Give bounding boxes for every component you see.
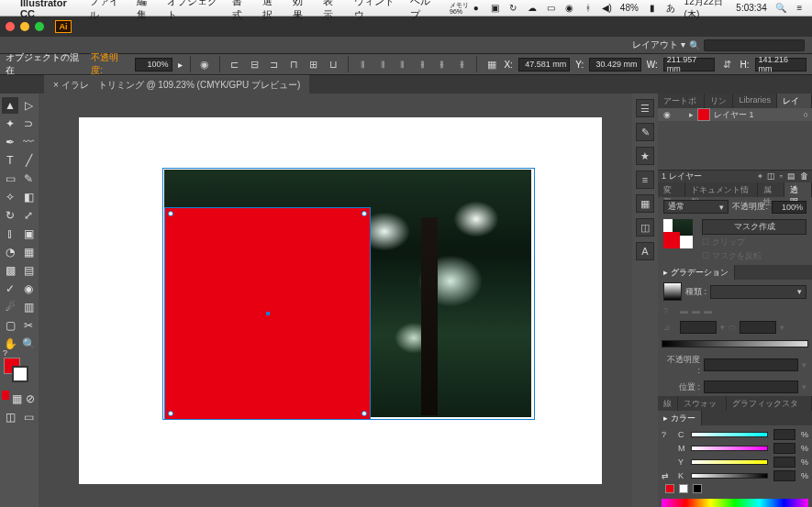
screen-mode[interactable]: ▭ (20, 409, 37, 425)
wifi-icon[interactable]: ◉ (564, 3, 574, 13)
zoom-tool[interactable]: 🔍 (20, 336, 37, 352)
x-input[interactable]: 47.581 mm (518, 58, 570, 72)
evernote-icon[interactable]: ● (471, 3, 481, 13)
shape-builder-tool[interactable]: ◔ (2, 244, 18, 260)
layer-row[interactable]: ◉ ▸ レイヤー 1 ○ (658, 108, 812, 121)
direct-selection-tool[interactable]: ▷ (20, 97, 37, 114)
k-slider[interactable] (691, 473, 768, 479)
stroke-color[interactable] (12, 366, 28, 382)
dist-icon-2[interactable]: ⫴ (375, 57, 390, 72)
mesh-tool[interactable]: ▩ (2, 262, 18, 279)
eyedropper-tool[interactable]: ✓ (2, 281, 18, 297)
tab-swatches[interactable]: スウォッチ (678, 396, 727, 411)
tab-gradient[interactable]: ▸ グラデーション (658, 265, 735, 280)
line-tool[interactable]: ╱ (20, 152, 37, 169)
delete-layer-icon[interactable]: 🗑 (800, 171, 808, 182)
align-top-icon[interactable]: ⊓ (286, 57, 301, 72)
panel-opacity-input[interactable]: 100% (772, 201, 806, 214)
y-input[interactable] (773, 457, 795, 468)
column-graph-tool[interactable]: ▥ (20, 299, 37, 315)
tab-layers[interactable]: レイヤー (777, 94, 812, 108)
free-transform-tool[interactable]: ▣ (20, 226, 37, 242)
link-wh-icon[interactable]: ⇵ (720, 57, 735, 72)
red-rectangle[interactable] (164, 207, 371, 420)
artboard-tool[interactable]: ▢ (2, 317, 18, 334)
y-slider[interactable] (691, 459, 768, 465)
dropbox-icon[interactable]: ▣ (489, 3, 499, 13)
sync-icon[interactable]: ↻ (508, 3, 518, 13)
make-clip-icon[interactable]: ◫ (767, 171, 775, 182)
opacity-input[interactable]: 100% (135, 58, 172, 72)
menu-file[interactable]: ファイル (89, 0, 124, 22)
menu-type[interactable]: 書式 (232, 0, 250, 22)
pen-tool[interactable]: ✒ (2, 134, 18, 150)
target-icon[interactable]: ○ (804, 110, 808, 119)
tab-libraries[interactable]: Libraries (733, 94, 777, 108)
spectrum-bar[interactable] (662, 499, 808, 507)
cloud-icon[interactable]: ☁ (527, 3, 537, 13)
dock-char-icon[interactable]: A (636, 242, 654, 260)
align-right-icon[interactable]: ⊐ (267, 57, 282, 72)
fill-swatch-small[interactable] (665, 484, 674, 493)
rotate-tool[interactable]: ↻ (2, 207, 18, 224)
transform-icon[interactable]: ▦ (484, 57, 499, 72)
color-mode[interactable] (2, 391, 9, 400)
tab-graphicstyles[interactable]: グラフィックスタイル (727, 396, 812, 411)
shaper-tool[interactable]: ✧ (2, 189, 18, 205)
slice-tool[interactable]: ✂ (20, 317, 37, 334)
new-sublayer-icon[interactable]: ▫ (780, 171, 783, 182)
menu-view[interactable]: 表示 (323, 0, 340, 22)
dock-properties-icon[interactable]: ☰ (636, 99, 654, 117)
draw-normal[interactable]: ◫ (2, 409, 18, 425)
dock-align-icon[interactable]: ▦ (636, 194, 654, 213)
tab-attributes[interactable]: 属性 (758, 182, 785, 197)
m-input[interactable] (773, 443, 795, 454)
dist-icon-5[interactable]: ⫵ (435, 57, 450, 72)
tab-links[interactable]: リンク (705, 94, 734, 108)
gradient-slider[interactable] (662, 340, 808, 347)
window-close[interactable] (6, 22, 15, 31)
dist-icon-4[interactable]: ⫵ (415, 57, 429, 72)
tab-docinfo[interactable]: ドキュメント情報 (685, 182, 758, 197)
dist-icon-3[interactable]: ⫴ (395, 57, 410, 72)
align-hcenter-icon[interactable]: ⊟ (247, 57, 261, 72)
tab-transform[interactable]: 変形 (658, 182, 685, 197)
w-input[interactable]: 211.957 mm (663, 58, 715, 72)
layer-name[interactable]: レイヤー 1 (714, 109, 754, 121)
menu-help[interactable]: ヘルプ (410, 0, 437, 22)
gradient-mode[interactable]: ▦ (11, 391, 23, 407)
c-input[interactable] (773, 429, 795, 440)
align-bottom-icon[interactable]: ⊔ (326, 57, 340, 72)
black-swatch[interactable] (693, 484, 702, 493)
lang-icon[interactable]: あ (665, 2, 675, 15)
gradient-tool[interactable]: ▤ (20, 262, 37, 279)
menu-window[interactable]: ウィンドウ (354, 0, 398, 22)
rectangle-tool[interactable]: ▭ (2, 171, 18, 187)
expand-icon[interactable]: ▸ (689, 110, 694, 119)
magic-wand-tool[interactable]: ✦ (2, 116, 18, 132)
tab-color[interactable]: ▸ カラー (658, 411, 702, 425)
selection-tool[interactable]: ▲ (2, 97, 18, 114)
gradient-swatch[interactable] (663, 282, 682, 301)
locate-layer-icon[interactable]: ⌖ (758, 171, 762, 182)
new-layer-icon[interactable]: ▤ (787, 171, 795, 182)
dist-icon-6[interactable]: ⫵ (454, 57, 469, 72)
dock-brushes-icon[interactable]: ✎ (636, 123, 654, 141)
display-icon[interactable]: ▭ (545, 3, 555, 13)
document-tab[interactable]: × イラレ トリミング @ 109.23% (CMYK/GPU プレビュー) (44, 75, 309, 94)
width-tool[interactable]: ⫿ (2, 226, 18, 242)
visibility-icon[interactable]: ◉ (662, 110, 673, 119)
align-vcenter-icon[interactable]: ⊞ (306, 57, 321, 72)
search-input[interactable] (704, 39, 805, 51)
window-zoom[interactable] (35, 22, 44, 31)
tab-transparency[interactable]: 透明 (784, 182, 812, 197)
menu-edit[interactable]: 編集 (137, 0, 154, 22)
canvas[interactable]: 109.23% ▾ ◂ ◂ ▸ ▸ ダイレクト選択ツールを切り換え (39, 94, 632, 507)
blend-tool[interactable]: ◉ (20, 281, 37, 297)
menu-effect[interactable]: 効果 (293, 0, 310, 22)
dock-pathfinder-icon[interactable]: ◫ (636, 218, 654, 237)
align-left-icon[interactable]: ⊏ (228, 57, 242, 72)
tab-artboards[interactable]: アートボード (658, 94, 705, 108)
workspace-switcher[interactable]: レイアウト ▾ (632, 39, 685, 51)
make-mask-button[interactable]: マスク作成 (702, 219, 806, 235)
